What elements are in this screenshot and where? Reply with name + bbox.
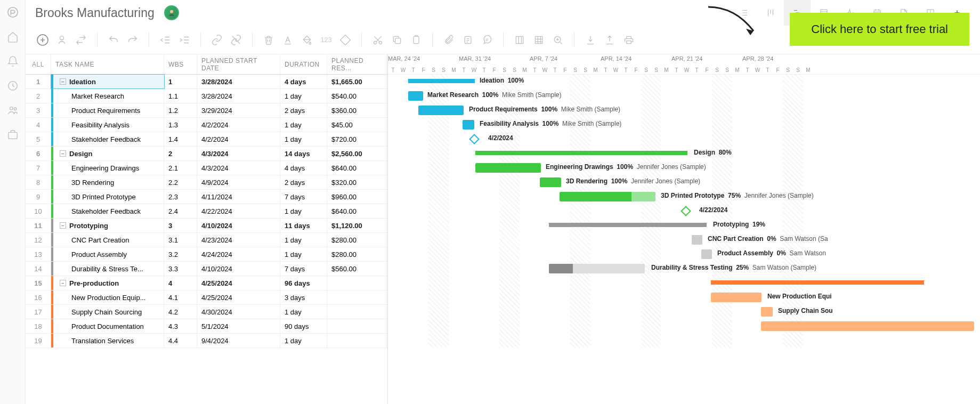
- task-bar[interactable]: [761, 307, 773, 317]
- start-cell[interactable]: 4/3/2024: [197, 161, 280, 175]
- start-cell[interactable]: 4/2/2024: [197, 132, 280, 146]
- duration-cell[interactable]: 1 day: [280, 132, 327, 146]
- wbs-cell[interactable]: 4.4: [164, 334, 197, 348]
- start-cell[interactable]: 4/11/2024: [197, 190, 280, 204]
- note-icon[interactable]: [460, 33, 475, 47]
- wbs-cell[interactable]: 2.2: [164, 175, 197, 189]
- resource-cell[interactable]: $540.00: [327, 89, 387, 103]
- copy-icon[interactable]: [390, 33, 404, 47]
- duration-cell[interactable]: 1 day: [280, 233, 327, 247]
- redo-icon[interactable]: [125, 33, 140, 47]
- task-row[interactable]: 18 Product Documentation 4.3 5/1/2024 90…: [26, 319, 387, 334]
- duration-cell[interactable]: 4 days: [280, 75, 327, 88]
- wbs-cell[interactable]: 4: [164, 276, 197, 290]
- task-bar[interactable]: [761, 321, 974, 331]
- wbs-cell[interactable]: 1.2: [164, 103, 197, 117]
- task-row[interactable]: 11 −Prototyping 3 4/10/2024 11 days $1,1…: [26, 219, 387, 233]
- grid-icon[interactable]: [531, 33, 546, 47]
- task-row[interactable]: 14 Durability & Stress Te... 3.3 4/10/20…: [26, 262, 387, 276]
- attach-icon[interactable]: [441, 33, 456, 47]
- wbs-cell[interactable]: 1.4: [164, 132, 197, 146]
- clock-icon[interactable]: [7, 80, 19, 92]
- resource-cell[interactable]: [327, 334, 387, 348]
- milestone-icon[interactable]: [469, 134, 480, 144]
- resource-cell[interactable]: $960.00: [327, 190, 387, 204]
- task-name-cell[interactable]: Product Documentation: [51, 319, 164, 333]
- wbs-cell[interactable]: 2.4: [164, 204, 197, 218]
- logo-icon[interactable]: [7, 6, 19, 18]
- duration-cell[interactable]: 11 days: [280, 219, 327, 232]
- wbs-cell[interactable]: 4.1: [164, 290, 197, 304]
- col-res[interactable]: PLANNED RES...: [327, 54, 387, 74]
- task-row[interactable]: 17 Supply Chain Sourcing 4.2 4/30/2024 1…: [26, 305, 387, 319]
- start-cell[interactable]: 4/2/2024: [197, 118, 280, 132]
- start-cell[interactable]: 4/10/2024: [197, 219, 280, 232]
- font-color-icon[interactable]: [280, 33, 295, 47]
- collapse-icon[interactable]: −: [60, 280, 66, 286]
- wbs-cell[interactable]: 3: [164, 219, 197, 232]
- task-row[interactable]: 4 Feasibility Analysis 1.3 4/2/2024 1 da…: [26, 118, 387, 132]
- task-name-cell[interactable]: −Ideation: [51, 75, 164, 88]
- task-name-cell[interactable]: Translation Services: [51, 334, 164, 348]
- task-row[interactable]: 5 Stakeholder Feedback 1.4 4/2/2024 1 da…: [26, 132, 387, 147]
- resource-cell[interactable]: $720.00: [327, 132, 387, 146]
- task-bar[interactable]: [463, 120, 474, 130]
- resource-cell[interactable]: [327, 319, 387, 333]
- duration-cell[interactable]: 90 days: [280, 319, 327, 333]
- col-start[interactable]: PLANNED START DATE: [197, 54, 280, 74]
- start-cell[interactable]: 3/28/2024: [197, 75, 280, 88]
- start-cell[interactable]: 4/9/2024: [197, 175, 280, 189]
- task-name-cell[interactable]: New Production Equip...: [51, 290, 164, 304]
- resource-cell[interactable]: $1,665.00: [327, 75, 387, 88]
- duration-cell[interactable]: 1 day: [280, 247, 327, 261]
- start-cell[interactable]: 4/24/2024: [197, 247, 280, 261]
- undo-icon[interactable]: [106, 33, 121, 47]
- briefcase-icon[interactable]: [7, 129, 19, 141]
- start-cell[interactable]: 4/30/2024: [197, 305, 280, 319]
- task-bar[interactable]: [540, 177, 561, 187]
- start-cell[interactable]: 4/25/2024: [197, 290, 280, 304]
- task-row[interactable]: 10 Stakeholder Feedback 2.4 4/22/2024 1 …: [26, 204, 387, 219]
- resource-cell[interactable]: $280.00: [327, 247, 387, 261]
- duration-cell[interactable]: 1 day: [280, 118, 327, 132]
- number-format[interactable]: 123: [319, 33, 334, 47]
- resource-cell[interactable]: $2,560.00: [327, 147, 387, 160]
- print-icon[interactable]: [621, 33, 636, 47]
- start-cell[interactable]: 4/22/2024: [197, 204, 280, 218]
- task-name-cell[interactable]: −Pre-production: [51, 276, 164, 290]
- zoom-icon[interactable]: [550, 33, 565, 47]
- task-name-cell[interactable]: Feasibility Analysis: [51, 118, 164, 132]
- duration-cell[interactable]: 7 days: [280, 262, 327, 276]
- wbs-cell[interactable]: 3.3: [164, 262, 197, 276]
- summary-bar[interactable]: [475, 151, 687, 155]
- task-row[interactable]: 12 CNC Part Creation 3.1 4/23/2024 1 day…: [26, 233, 387, 247]
- gantt-chart[interactable]: MAR, 24 '24MAR, 31 '24APR, 7 '24APR, 14 …: [388, 54, 980, 404]
- resource-cell[interactable]: [327, 305, 387, 319]
- col-dur[interactable]: DURATION: [280, 54, 327, 74]
- duration-cell[interactable]: 96 days: [280, 276, 327, 290]
- start-cell[interactable]: 3/29/2024: [197, 103, 280, 117]
- home-icon[interactable]: [7, 31, 19, 43]
- task-row[interactable]: 3 Product Requirements 1.2 3/29/2024 2 d…: [26, 103, 387, 118]
- summary-bar[interactable]: [711, 280, 924, 285]
- task-row[interactable]: 2 Market Research 1.1 3/28/2024 1 day $5…: [26, 89, 387, 103]
- import-icon[interactable]: [583, 33, 598, 47]
- task-row[interactable]: 19 Translation Services 4.4 9/4/2024 1 d…: [26, 334, 387, 348]
- task-name-cell[interactable]: Product Assembly: [51, 247, 164, 261]
- start-cell[interactable]: 4/25/2024: [197, 276, 280, 290]
- shape-icon[interactable]: [338, 33, 353, 47]
- wbs-cell[interactable]: 3.2: [164, 247, 197, 261]
- task-bar[interactable]: [692, 235, 702, 245]
- assign-icon[interactable]: [54, 33, 69, 47]
- resource-cell[interactable]: $560.00: [327, 262, 387, 276]
- user-avatar[interactable]: [164, 5, 179, 20]
- indent-icon[interactable]: [177, 33, 192, 47]
- wbs-cell[interactable]: 1.3: [164, 118, 197, 132]
- task-bar[interactable]: [549, 264, 645, 273]
- wbs-cell[interactable]: 4.3: [164, 319, 197, 333]
- wbs-cell[interactable]: 3.1: [164, 233, 197, 247]
- resource-cell[interactable]: $45.00: [327, 118, 387, 132]
- collapse-icon[interactable]: −: [60, 150, 66, 157]
- bell-icon[interactable]: [7, 55, 19, 67]
- task-row[interactable]: 7 Engineering Drawings 2.1 4/3/2024 4 da…: [26, 161, 387, 175]
